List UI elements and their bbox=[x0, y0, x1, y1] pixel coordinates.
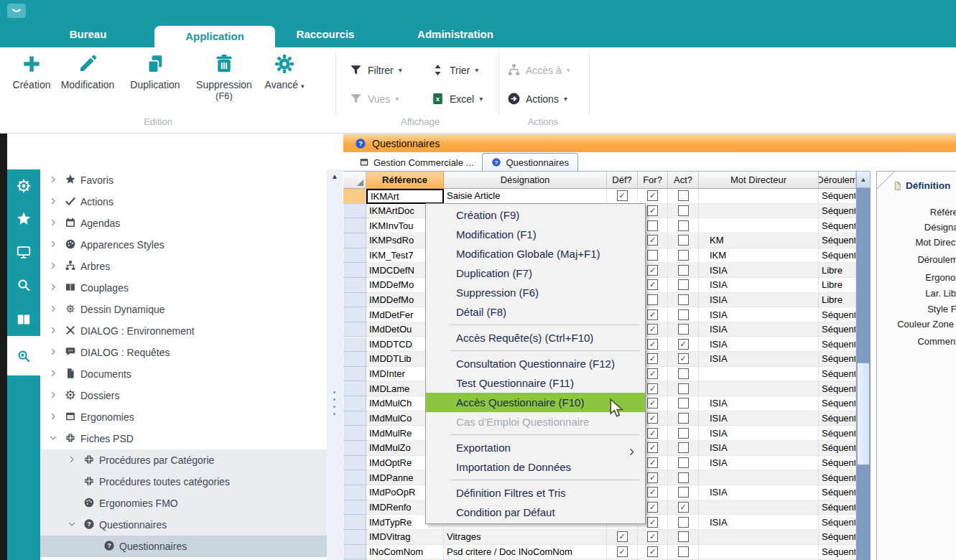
chevron-right-icon[interactable] bbox=[49, 174, 57, 186]
row-header[interactable] bbox=[343, 426, 366, 441]
cell-mot-directeur[interactable]: ISIA bbox=[699, 441, 819, 456]
cell-act[interactable] bbox=[668, 293, 699, 308]
row-header[interactable] bbox=[343, 218, 366, 233]
cell-mot-directeur[interactable]: ISIA bbox=[699, 293, 819, 308]
checkbox-checked[interactable]: ✓ bbox=[647, 190, 658, 201]
chevron-right-icon[interactable] bbox=[49, 390, 57, 401]
tree-item[interactable]: Dossiers bbox=[40, 385, 327, 406]
checkbox-checked[interactable]: ✓ bbox=[647, 368, 658, 379]
checkbox-unchecked[interactable] bbox=[678, 309, 689, 320]
cell-act[interactable] bbox=[668, 367, 699, 382]
cell-act[interactable] bbox=[668, 278, 699, 293]
cell-reference[interactable]: IKMArt bbox=[366, 189, 444, 204]
duplication-button[interactable]: Duplication bbox=[121, 53, 190, 90]
actions-button[interactable]: Actions▾ bbox=[507, 92, 567, 106]
strip-item-search-pin[interactable] bbox=[7, 336, 40, 375]
cell-deroulement[interactable]: Séquenti bbox=[819, 530, 856, 545]
cell-reference[interactable]: INoComNom bbox=[366, 545, 444, 560]
cell-act[interactable] bbox=[668, 248, 699, 263]
tree-item[interactable]: Procédures toutes catégories bbox=[40, 471, 327, 493]
row-header[interactable] bbox=[343, 530, 366, 545]
menu-item[interactable]: Exportation bbox=[426, 438, 645, 457]
cell-mot-directeur[interactable]: KM bbox=[699, 233, 819, 248]
cell-mot-directeur[interactable]: ISIA bbox=[699, 352, 819, 367]
menu-item[interactable]: Définition Filtres et Tris bbox=[426, 483, 645, 503]
cell-act[interactable] bbox=[668, 204, 699, 219]
cell-mot-directeur[interactable] bbox=[699, 204, 819, 219]
cell-mot-directeur[interactable]: ISIA bbox=[699, 396, 819, 411]
cell-act[interactable] bbox=[668, 545, 699, 560]
column-header-5[interactable]: Mot Directeur bbox=[699, 172, 819, 189]
cell-def[interactable]: ✓ bbox=[607, 189, 638, 204]
checkbox-unchecked[interactable] bbox=[678, 546, 689, 557]
checkbox-checked[interactable]: ✓ bbox=[647, 487, 658, 498]
tree-item[interactable]: DIALOG : Environnement bbox=[40, 320, 327, 342]
excel-button[interactable]: xExcel▾ bbox=[431, 92, 483, 106]
checkbox-unchecked[interactable] bbox=[678, 250, 689, 261]
cell-deroulement[interactable]: Séquenti bbox=[819, 218, 856, 233]
row-header[interactable] bbox=[343, 322, 366, 337]
chevron-right-icon[interactable] bbox=[49, 239, 57, 251]
column-header-0[interactable]: Référence bbox=[366, 172, 444, 189]
checkbox-unchecked[interactable] bbox=[678, 368, 689, 379]
app-logo-icon[interactable] bbox=[7, 4, 26, 18]
row-header[interactable] bbox=[343, 337, 366, 353]
checkbox-unchecked[interactable] bbox=[647, 220, 658, 231]
checkbox-checked[interactable]: ✓ bbox=[647, 279, 658, 290]
menu-item[interactable]: Importation de Données bbox=[426, 457, 645, 477]
cell-deroulement[interactable]: Séquenti bbox=[819, 381, 856, 396]
cell-act[interactable]: ✓ bbox=[668, 352, 699, 367]
cell-deroulement[interactable]: Séquenti bbox=[819, 307, 856, 322]
row-header[interactable] bbox=[343, 396, 366, 411]
tree-item[interactable]: Ergonomies FMO bbox=[40, 493, 327, 514]
cell-designation[interactable]: Vitrages bbox=[444, 530, 607, 545]
ribbon-tab-raccourcis[interactable]: Raccourcis bbox=[275, 22, 376, 47]
chevron-right-icon[interactable] bbox=[49, 304, 57, 315]
chevron-right-icon[interactable] bbox=[49, 347, 57, 358]
tree-item[interactable]: DIALOG : Requêtes bbox=[40, 342, 327, 363]
cell-mot-directeur[interactable] bbox=[699, 530, 819, 545]
row-header[interactable] bbox=[343, 515, 366, 530]
tree-item[interactable]: Couplages bbox=[40, 277, 327, 299]
chevron-right-icon[interactable] bbox=[49, 368, 57, 380]
modification-button[interactable]: Modification bbox=[55, 53, 121, 90]
checkbox-checked[interactable]: ✓ bbox=[678, 502, 689, 513]
strip-item-star[interactable] bbox=[7, 202, 40, 235]
table-row[interactable]: INoComNomPsd critere / Doc INoComNom✓✓Sé… bbox=[343, 545, 856, 560]
row-header[interactable] bbox=[343, 263, 366, 278]
checkbox-checked[interactable]: ✓ bbox=[647, 339, 658, 350]
cell-act[interactable] bbox=[668, 322, 699, 337]
cell-mot-directeur[interactable]: ISIA bbox=[699, 337, 819, 353]
tree-item[interactable]: Apparences Styles bbox=[40, 234, 327, 256]
cell-deroulement[interactable]: Séquenti bbox=[819, 411, 856, 426]
row-header[interactable] bbox=[343, 485, 366, 500]
cell-act[interactable]: ✓ bbox=[668, 337, 699, 353]
checkbox-checked[interactable]: ✓ bbox=[647, 546, 658, 557]
cell-act[interactable] bbox=[668, 189, 699, 204]
checkbox-unchecked[interactable] bbox=[678, 220, 689, 231]
cell-deroulement[interactable]: Séquenti bbox=[819, 470, 856, 485]
cell-deroulement[interactable]: Séquenti bbox=[819, 500, 856, 515]
cell-mot-directeur[interactable]: ISIA bbox=[699, 278, 819, 293]
strip-item-search[interactable] bbox=[7, 269, 40, 302]
menu-item[interactable]: Modification Globale (Maj+F1) bbox=[426, 244, 645, 263]
chevron-right-icon[interactable] bbox=[68, 454, 76, 466]
checkbox-unchecked[interactable] bbox=[678, 531, 689, 542]
cell-mot-directeur[interactable] bbox=[699, 218, 819, 233]
cell-mot-directeur[interactable]: ISIA bbox=[699, 307, 819, 322]
checkbox-checked[interactable]: ✓ bbox=[617, 546, 628, 557]
column-header-6[interactable]: Déroulem bbox=[819, 172, 856, 189]
menu-item[interactable]: Test Questionnaire (F11) bbox=[426, 373, 645, 393]
cell-reference[interactable]: IMDVitrag bbox=[366, 530, 444, 545]
column-header-3[interactable]: For? bbox=[638, 172, 668, 189]
checkbox-checked[interactable]: ✓ bbox=[647, 265, 658, 276]
menu-item[interactable]: Création (F9) bbox=[426, 205, 645, 225]
tree-item[interactable]: Agendas bbox=[40, 213, 327, 234]
cell-act[interactable]: ✓ bbox=[668, 500, 699, 515]
cell-act[interactable] bbox=[668, 263, 699, 278]
checkbox-unchecked[interactable] bbox=[678, 413, 689, 424]
row-header[interactable] bbox=[343, 470, 366, 485]
menu-item[interactable]: Condition par Défaut bbox=[426, 503, 645, 522]
row-header[interactable] bbox=[343, 411, 366, 426]
scrollbar-thumb[interactable] bbox=[857, 363, 870, 465]
